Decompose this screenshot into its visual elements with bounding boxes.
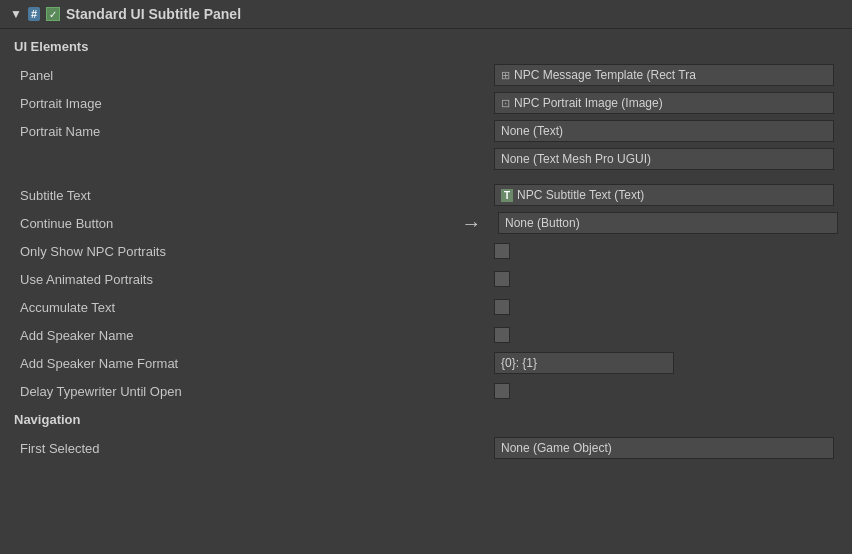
portrait-name-text-2: None (Text Mesh Pro UGUI): [501, 152, 651, 166]
subtitle-text-text: NPC Subtitle Text (Text): [517, 188, 644, 202]
first-selected-row: First Selected None (Game Object): [14, 435, 838, 461]
portrait-name-field-1[interactable]: None (Text): [494, 120, 834, 142]
panel-field-icon: ⊞: [501, 69, 510, 82]
add-speaker-name-format-text: {0}: {1}: [501, 356, 537, 370]
portrait-name-row-2: None (Text Mesh Pro UGUI): [14, 146, 838, 172]
portrait-name-value-2: None (Text Mesh Pro UGUI): [494, 148, 838, 170]
enabled-checkbox[interactable]: [46, 7, 60, 21]
only-show-npc-value: [494, 243, 838, 259]
add-speaker-name-format-row: Add Speaker Name Format {0}: {1}: [14, 350, 838, 376]
component-header: ▼ # Standard UI Subtitle Panel: [0, 0, 852, 29]
ui-elements-section-title: UI Elements: [14, 39, 838, 54]
add-speaker-name-format-label: Add Speaker Name Format: [14, 356, 494, 371]
delay-typewriter-row: Delay Typewriter Until Open: [14, 378, 838, 404]
first-selected-label: First Selected: [14, 441, 494, 456]
subtitle-text-row: Subtitle Text T NPC Subtitle Text (Text): [14, 182, 838, 208]
delay-typewriter-label: Delay Typewriter Until Open: [14, 384, 494, 399]
delay-typewriter-value: [494, 383, 838, 399]
only-show-npc-checkbox[interactable]: [494, 243, 510, 259]
panel-label: Panel: [14, 68, 494, 83]
script-icon: #: [28, 7, 40, 21]
subtitle-text-icon: T: [501, 189, 513, 202]
arrow-icon: →: [461, 212, 481, 235]
add-speaker-name-label: Add Speaker Name: [14, 328, 494, 343]
continue-button-row: Continue Button → None (Button): [14, 210, 838, 236]
continue-button-label: Continue Button: [14, 216, 444, 231]
portrait-image-row: Portrait Image ⊡ NPC Portrait Image (Ima…: [14, 90, 838, 116]
only-show-npc-label: Only Show NPC Portraits: [14, 244, 494, 259]
panel-field[interactable]: ⊞ NPC Message Template (Rect Tra: [494, 64, 834, 86]
add-speaker-name-format-field[interactable]: {0}: {1}: [494, 352, 674, 374]
continue-button-field[interactable]: None (Button): [498, 212, 838, 234]
component-title: Standard UI Subtitle Panel: [66, 6, 241, 22]
subtitle-text-field[interactable]: T NPC Subtitle Text (Text): [494, 184, 834, 206]
use-animated-portraits-row: Use Animated Portraits: [14, 266, 838, 292]
accumulate-text-value: [494, 299, 838, 315]
panel-row: Panel ⊞ NPC Message Template (Rect Tra: [14, 62, 838, 88]
panel-value: ⊞ NPC Message Template (Rect Tra: [494, 64, 838, 86]
add-speaker-name-row: Add Speaker Name: [14, 322, 838, 348]
use-animated-portraits-value: [494, 271, 838, 287]
accumulate-text-checkbox[interactable]: [494, 299, 510, 315]
first-selected-field[interactable]: None (Game Object): [494, 437, 834, 459]
use-animated-portraits-label: Use Animated Portraits: [14, 272, 494, 287]
only-show-npc-row: Only Show NPC Portraits: [14, 238, 838, 264]
continue-button-text: None (Button): [505, 216, 580, 230]
portrait-name-row-1: Portrait Name None (Text): [14, 118, 838, 144]
subtitle-text-label: Subtitle Text: [14, 188, 494, 203]
accumulate-text-label: Accumulate Text: [14, 300, 494, 315]
first-selected-text: None (Game Object): [501, 441, 612, 455]
component-content: UI Elements Panel ⊞ NPC Message Template…: [0, 29, 852, 473]
add-speaker-name-value: [494, 327, 838, 343]
portrait-image-value: ⊡ NPC Portrait Image (Image): [494, 92, 838, 114]
portrait-image-field[interactable]: ⊡ NPC Portrait Image (Image): [494, 92, 834, 114]
portrait-name-label: Portrait Name: [14, 124, 494, 139]
navigation-section-title: Navigation: [14, 412, 838, 427]
continue-button-arrow-cell: →: [444, 212, 498, 235]
delay-typewriter-checkbox[interactable]: [494, 383, 510, 399]
portrait-name-text-1: None (Text): [501, 124, 563, 138]
portrait-image-icon: ⊡: [501, 97, 510, 110]
use-animated-portraits-checkbox[interactable]: [494, 271, 510, 287]
portrait-image-label: Portrait Image: [14, 96, 494, 111]
portrait-name-value-1: None (Text): [494, 120, 838, 142]
accumulate-text-row: Accumulate Text: [14, 294, 838, 320]
add-speaker-name-format-value: {0}: {1}: [494, 352, 838, 374]
portrait-image-text: NPC Portrait Image (Image): [514, 96, 663, 110]
subtitle-text-value: T NPC Subtitle Text (Text): [494, 184, 838, 206]
inspector-panel: ▼ # Standard UI Subtitle Panel UI Elemen…: [0, 0, 852, 473]
add-speaker-name-checkbox[interactable]: [494, 327, 510, 343]
fold-arrow-icon[interactable]: ▼: [10, 7, 22, 21]
portrait-name-field-2[interactable]: None (Text Mesh Pro UGUI): [494, 148, 834, 170]
continue-button-value: None (Button): [498, 212, 838, 234]
panel-field-text: NPC Message Template (Rect Tra: [514, 68, 696, 82]
first-selected-value: None (Game Object): [494, 437, 838, 459]
